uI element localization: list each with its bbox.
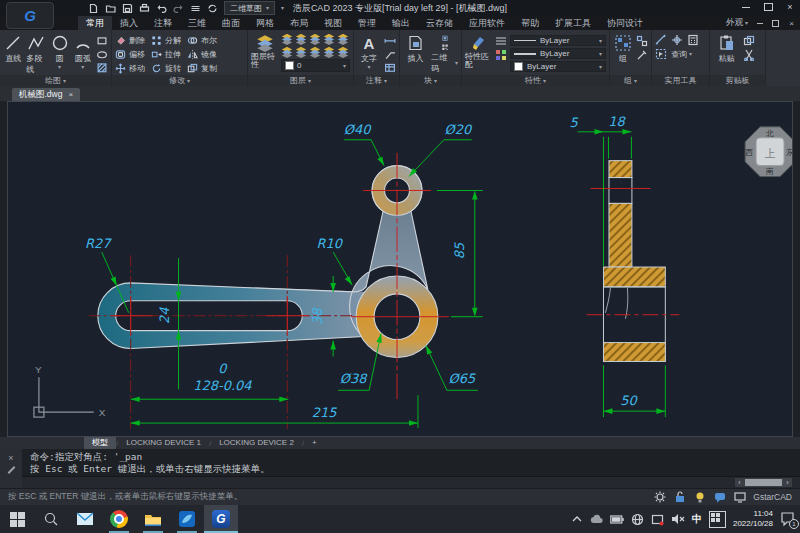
screenshot-tool-icon[interactable] [651,513,664,526]
explode-button[interactable]: 分解 [151,34,181,47]
minimize-button[interactable] [740,2,752,12]
tab-layout[interactable]: 布局 [282,16,316,30]
measure-distance-icon[interactable] [655,34,667,46]
command-edit-icon[interactable] [7,466,15,474]
notification-center-button[interactable]: 1 [780,511,796,527]
taskbar-chrome-button[interactable] [102,505,136,533]
workspace-layers-icon[interactable] [190,3,201,14]
panel-label-draw[interactable]: 绘图▾ [0,75,111,86]
taskbar-blue-app-button[interactable] [170,505,204,533]
cloud-icon[interactable] [589,514,603,524]
monitor-icon[interactable] [733,490,747,504]
mirror-button[interactable]: 镜像 [187,48,217,61]
app-logo[interactable]: G [6,2,54,29]
panel-label-utilities[interactable]: 实用工具 [652,75,709,86]
part-front-view[interactable] [98,166,438,358]
color-grid-icon[interactable] [495,49,507,61]
panel-label-block[interactable]: 块▾ [400,75,461,86]
offset-button[interactable]: 偏移 [115,48,145,61]
linetype-select[interactable]: ByLayer▾ [510,35,606,46]
tab-annotate[interactable]: 注释 [146,16,180,30]
rectangle-tool-icon[interactable] [96,35,108,47]
command-close-icon[interactable]: × [8,453,13,463]
viewcube-west-label[interactable]: 西 [745,148,753,157]
table-tool-icon[interactable] [384,62,396,74]
tray-expand-icon[interactable] [572,515,582,523]
panel-label-group[interactable]: 组▾ [610,75,651,86]
scroll-right-icon[interactable]: › [783,478,792,487]
layer-tool-icon[interactable] [295,46,307,58]
part-side-view[interactable] [603,161,665,362]
taskbar-gstarcad-button[interactable]: G [204,505,238,533]
panel-label-modify[interactable]: 修改▾ [112,75,247,86]
document-tab[interactable]: 机械图.dwg × [12,88,80,101]
taskbar-search-button[interactable] [34,505,68,533]
ellipse-tool-icon[interactable] [96,49,108,61]
taskbar-mail-button[interactable] [68,505,102,533]
tab-close-icon[interactable]: × [68,90,73,99]
hatch-tool-icon[interactable] [96,62,108,74]
tab-cloud[interactable]: 云存储 [418,16,461,30]
layer-properties-button[interactable]: 图层特性 [251,32,278,74]
workspace-select[interactable]: 二维草图 ▾ [224,1,275,15]
calculator-icon[interactable] [687,34,699,46]
tab-collab[interactable]: 协同设计 [599,16,651,30]
taskbar-explorer-button[interactable] [136,505,170,533]
tab-apps[interactable]: 应用软件 [461,16,513,30]
layer-select[interactable]: 0 ▾ [281,59,350,72]
layer-tool-icon[interactable] [281,33,293,45]
tab-help[interactable]: 帮助 [513,16,547,30]
lineweight-select[interactable]: ByLayer▾ [510,48,606,59]
scroll-left-icon[interactable]: ‹ [735,478,744,487]
layer-tool-icon[interactable] [323,33,335,45]
group-edit-icon[interactable] [636,49,648,61]
layer-tool-icon[interactable] [309,46,321,58]
dimension-tool-icon[interactable] [384,35,396,47]
line-button[interactable]: 直线 [3,32,23,74]
tab-express[interactable]: 扩展工具 [547,16,599,30]
query-button[interactable]: 查询▾ [671,48,692,60]
layout-tab-add[interactable]: + [304,437,325,449]
layer-tool-icon[interactable] [309,33,321,45]
qat-more-icon[interactable]: ▾ [281,6,284,10]
network-globe-icon[interactable] [631,513,644,526]
move-button[interactable]: 移动 [115,62,145,75]
group-button[interactable]: 组 [613,32,633,74]
tab-view[interactable]: 视图 [316,16,350,30]
viewcube-south-label[interactable]: 南 [766,167,775,176]
tab-insert[interactable]: 插入 [112,16,146,30]
color-select[interactable]: ByLayer▾ [510,61,606,72]
text-button[interactable]: A 文字▾ [357,32,381,74]
boolean-button[interactable]: 布尔 [187,34,217,47]
layer-tool-icon[interactable] [295,33,307,45]
copy-clip-icon[interactable] [743,35,755,47]
start-button[interactable] [0,505,34,533]
tab-output[interactable]: 输出 [384,16,418,30]
panel-label-layer[interactable]: 图层▾ [248,75,353,86]
circle-button[interactable]: 圆▾ [50,32,70,74]
tab-3d[interactable]: 三维 [180,16,214,30]
layer-tool-icon[interactable] [337,46,349,58]
tab-home[interactable]: 常用 [78,16,112,30]
panel-label-annotate[interactable]: 注释▾ [354,75,399,86]
ime-mode-icon[interactable] [709,511,726,528]
settings-gear-icon[interactable] [653,490,667,504]
viewcube-north-label[interactable]: 北 [765,129,774,138]
chat-feedback-icon[interactable] [713,490,727,504]
panel-label-properties[interactable]: 特性▾ [462,75,609,86]
doc-close-button[interactable]: × [787,19,796,28]
volume-muted-icon[interactable] [671,513,685,525]
cut-icon[interactable] [743,49,755,61]
taskbar-clock[interactable]: 11:04 2022/10/28 [733,509,773,529]
lightbulb-icon[interactable] [693,490,707,504]
appearance-menu[interactable]: 外观▾ [726,17,748,29]
arc-button[interactable]: 圆弧▾ [73,32,93,74]
redo-icon[interactable] [173,3,184,14]
drawing-viewport[interactable]: Ø40 Ø20 R27 R10 Ø38 Ø65 0 128-0.04 215 5… [7,101,793,437]
open-file-icon[interactable] [105,3,116,14]
tab-surface[interactable]: 曲面 [214,16,248,30]
battery-icon[interactable] [610,515,624,524]
erase-button[interactable]: 删除 [115,34,145,47]
doc-minimize-button[interactable] [755,19,764,28]
command-input[interactable] [22,476,800,488]
